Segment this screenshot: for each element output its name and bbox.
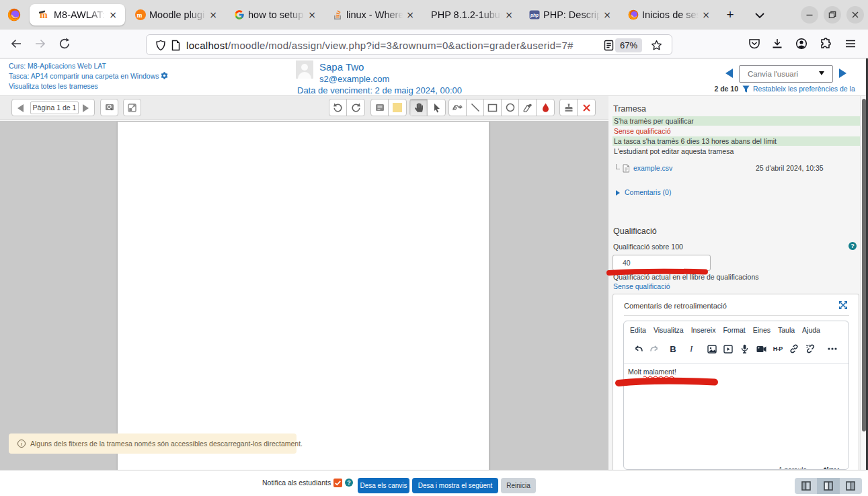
reset-preferences-link[interactable]: Restableix les preferències de la: [753, 85, 855, 93]
undo-button[interactable]: [630, 345, 647, 354]
tab-moodle-plugins[interactable]: m Moodle plugi ×: [128, 4, 224, 26]
list-tabs-button[interactable]: [752, 7, 768, 23]
menu-edit[interactable]: Edita: [630, 326, 646, 334]
gear-icon[interactable]: [161, 72, 168, 79]
comments-link[interactable]: Comentaris (0): [625, 188, 671, 196]
url-bar[interactable]: localhost/moodle/mod/assign/view.php?id=…: [146, 34, 672, 55]
expand-editor-icon[interactable]: [839, 301, 847, 309]
task-link[interactable]: Tasca: AP14 compartir una carpeta en Win…: [9, 72, 168, 80]
menu-help[interactable]: Ajuda: [802, 326, 820, 334]
tab-close-icon[interactable]: ×: [602, 10, 612, 19]
grade-help-icon[interactable]: ?: [849, 242, 857, 250]
next-user-button[interactable]: [839, 69, 846, 78]
expand-view-button[interactable]: [123, 99, 141, 116]
save-changes-button[interactable]: Desa els canvis: [358, 478, 409, 493]
unlink-button[interactable]: [803, 344, 820, 354]
tab-php-docs[interactable]: php PHP: Descript ×: [522, 4, 618, 26]
record-video-button[interactable]: [753, 345, 770, 353]
tab-close-icon[interactable]: ×: [307, 10, 317, 19]
next-page-icon[interactable]: [83, 104, 89, 112]
redo-button[interactable]: [647, 345, 664, 354]
tab-php-ubuntu[interactable]: PHP 8.1.2-1ubun ×: [424, 4, 520, 26]
tab-close-icon[interactable]: ×: [504, 10, 514, 19]
menu-table[interactable]: Taula: [778, 326, 795, 334]
downloads-button[interactable]: [771, 38, 783, 50]
image-button[interactable]: [704, 345, 721, 354]
user-email-link[interactable]: s2@example.com: [319, 74, 389, 84]
search-comments-button[interactable]: [100, 99, 118, 116]
menu-insert[interactable]: Insereix: [691, 326, 716, 334]
rotate-clockwise-button[interactable]: [347, 99, 364, 116]
link-button[interactable]: [786, 344, 803, 354]
menu-button[interactable]: [844, 38, 857, 50]
select-tool-button[interactable]: [428, 99, 445, 116]
panel-scrollbar-track[interactable]: [860, 96, 866, 470]
view-all-submissions-link[interactable]: Visualitza totes les trameses: [9, 82, 98, 90]
layout-split-button[interactable]: [817, 478, 839, 494]
window-restore-button[interactable]: [824, 6, 841, 24]
italic-button[interactable]: I: [683, 343, 700, 354]
oval-tool-button[interactable]: [502, 99, 519, 116]
page-indicator[interactable]: Pàgina 1 de 1: [30, 101, 79, 114]
media-button[interactable]: [720, 345, 737, 354]
save-show-next-button[interactable]: Desa i mostra el següent: [412, 478, 498, 493]
pocket-button[interactable]: [748, 38, 760, 50]
user-name-link[interactable]: Sapa Two: [319, 61, 364, 73]
submission-file-link[interactable]: example.csv: [633, 164, 672, 172]
reader-mode-icon[interactable]: [604, 40, 614, 51]
grade-input[interactable]: 40: [613, 255, 711, 271]
more-toolbar-button[interactable]: [824, 347, 841, 350]
delete-annotation-button[interactable]: [578, 99, 595, 116]
tab-close-icon[interactable]: ×: [208, 10, 218, 19]
extensions-button[interactable]: [820, 38, 832, 50]
tab-close-icon[interactable]: ×: [701, 10, 711, 19]
new-tab-button[interactable]: +: [722, 7, 738, 23]
tab-close-icon[interactable]: ×: [108, 10, 118, 19]
h5p-button[interactable]: H-P: [770, 345, 787, 352]
highlight-tool-button[interactable]: [519, 99, 537, 116]
zoom-level-badge[interactable]: 67%: [615, 38, 642, 52]
back-button[interactable]: [9, 37, 23, 50]
menu-tools[interactable]: Eines: [753, 326, 771, 334]
reset-button[interactable]: Reinicia: [501, 478, 536, 493]
layout-collapse-review-button[interactable]: [795, 478, 817, 494]
tab-inicios[interactable]: Inicios de sesi ×: [621, 4, 717, 26]
record-audio-button[interactable]: [737, 344, 754, 354]
tab-linux-where[interactable]: linux - Where ×: [325, 4, 421, 26]
current-grade-value[interactable]: Sense qualificació: [613, 282, 670, 290]
video-camera-icon: [756, 345, 766, 353]
window-close-button[interactable]: [846, 6, 864, 24]
tab-m8-awlat[interactable]: m M8-AWLAT: A ×: [30, 4, 125, 26]
previous-page-icon[interactable]: [17, 104, 24, 112]
comment-tool-button[interactable]: [371, 99, 389, 116]
bookmark-star-icon[interactable]: [651, 40, 662, 51]
course-link[interactable]: Curs: M8-Aplicacions Web LAT: [9, 62, 106, 70]
previous-user-button[interactable]: [725, 69, 733, 78]
account-button[interactable]: [795, 38, 807, 50]
menu-format[interactable]: Format: [723, 326, 745, 334]
window-minimize-button[interactable]: [801, 6, 818, 24]
notify-help-icon[interactable]: ?: [345, 479, 353, 487]
pdf-page[interactable]: [118, 122, 489, 470]
reload-button[interactable]: [58, 37, 71, 50]
rectangle-tool-button[interactable]: [484, 99, 502, 116]
menu-view[interactable]: Visualitza: [654, 326, 684, 334]
comment-color-button[interactable]: [389, 99, 406, 116]
tab-how-to-setup[interactable]: how to setup ×: [227, 4, 323, 26]
drag-tool-button[interactable]: [410, 99, 428, 116]
bold-button[interactable]: B: [663, 344, 683, 354]
notify-students-checkbox[interactable]: [333, 479, 342, 487]
annotation-color-button[interactable]: [537, 99, 554, 116]
editor-content[interactable]: Molt malament!: [628, 368, 676, 376]
line-tool-button[interactable]: [467, 99, 484, 116]
rotate-counterclockwise-button[interactable]: [329, 99, 347, 116]
url-text[interactable]: localhost/moodle/mod/assign/view.php?id=…: [186, 39, 574, 52]
stamp-tool-button[interactable]: [560, 99, 578, 116]
layout-collapse-grade-button[interactable]: [840, 478, 862, 494]
tab-close-icon[interactable]: ×: [405, 10, 415, 19]
pdf-review-canvas[interactable]: i Alguns dels fitxers de la tramesa nomé…: [0, 121, 608, 470]
forward-button[interactable]: [34, 37, 47, 50]
filter-funnel-icon[interactable]: [742, 85, 750, 93]
pen-tool-button[interactable]: [449, 99, 467, 116]
change-user-select[interactable]: Canvia l'usuari: [739, 65, 833, 83]
